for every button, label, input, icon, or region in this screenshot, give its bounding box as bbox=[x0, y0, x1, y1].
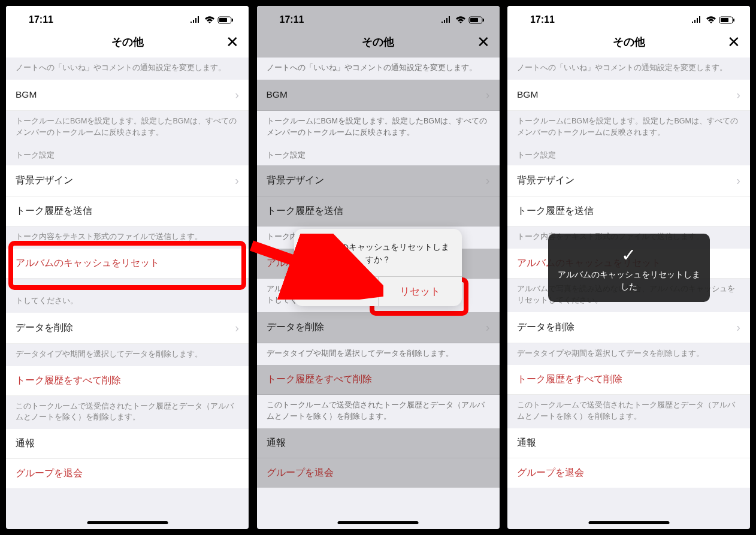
close-icon[interactable]: ✕ bbox=[226, 34, 239, 50]
close-icon[interactable]: ✕ bbox=[727, 34, 740, 50]
row-label: 通報 bbox=[517, 437, 536, 449]
row-label: BGM bbox=[16, 89, 37, 100]
row-label: トーク履歴を送信 bbox=[517, 205, 594, 217]
row-label: トーク履歴をすべて削除 bbox=[16, 374, 121, 387]
row-bgm[interactable]: BGM › bbox=[507, 80, 750, 111]
reset-cache-description: トしてください。 bbox=[6, 279, 249, 313]
svg-rect-8 bbox=[733, 19, 734, 22]
row-background-design[interactable]: 背景デザイン › bbox=[6, 165, 249, 197]
svg-rect-7 bbox=[721, 18, 728, 22]
delete-all-history-description: このトークルームで送受信されたトーク履歴とデータ（アルバムとノートを除く）を削除… bbox=[6, 396, 249, 430]
page-title: その他 bbox=[111, 35, 144, 49]
nav-bar: その他 ✕ bbox=[507, 29, 750, 58]
row-label: BGM bbox=[517, 89, 538, 100]
row-label: グループを退会 bbox=[16, 467, 83, 480]
row-send-history[interactable]: トーク履歴を送信 bbox=[507, 197, 750, 226]
page-title: その他 bbox=[613, 35, 645, 49]
toast-confirmation: ✓ アルバムのキャッシュをリセットしました bbox=[548, 234, 710, 302]
chevron-right-icon: › bbox=[736, 321, 740, 334]
send-history-description: トーク内容をテキスト形式のファイルで送信します。 bbox=[6, 226, 249, 249]
row-leave-group[interactable]: グループを退会 bbox=[507, 458, 750, 488]
delete-all-history-description: このトークルームで送受信されたトーク履歴とデータ（アルバムとノートを除く）を削除… bbox=[507, 395, 750, 428]
row-label: トーク履歴をすべて削除 bbox=[517, 373, 622, 386]
confirm-dialog: アルバムのキャッシュをリセットしますか？ キャンセル リセット bbox=[257, 6, 500, 529]
row-report[interactable]: 通報 bbox=[507, 428, 750, 458]
toast-message: アルバムのキャッシュをリセットしました bbox=[557, 269, 701, 292]
row-label: 背景デザイン bbox=[16, 174, 73, 187]
row-report[interactable]: 通報 bbox=[6, 429, 249, 459]
status-time: 17:11 bbox=[530, 14, 555, 25]
notes-description: ノートへの「いいね」やコメントの通知設定を変更します。 bbox=[6, 58, 249, 80]
status-bar: 17:11 bbox=[6, 6, 249, 29]
chevron-right-icon: › bbox=[736, 88, 740, 102]
row-send-history[interactable]: トーク履歴を送信 bbox=[6, 197, 249, 226]
row-label: 通報 bbox=[16, 437, 35, 450]
row-label: データを削除 bbox=[16, 322, 73, 334]
home-indicator[interactable] bbox=[87, 521, 168, 524]
home-indicator[interactable] bbox=[588, 521, 669, 524]
chevron-right-icon: › bbox=[235, 88, 239, 102]
row-delete-data[interactable]: データを削除 › bbox=[6, 313, 249, 344]
notes-description: ノートへの「いいね」やコメントの通知設定を変更します。 bbox=[507, 58, 750, 80]
row-label: 背景デザイン bbox=[517, 174, 574, 187]
nav-bar: その他 ✕ bbox=[6, 29, 249, 58]
status-time: 17:11 bbox=[29, 14, 53, 25]
row-bgm[interactable]: BGM › bbox=[6, 80, 249, 111]
bgm-description: トークルームにBGMを設定します。設定したBGMは、すべてのメンバーのトークルー… bbox=[507, 111, 750, 144]
talk-settings-header: トーク設定 bbox=[6, 144, 249, 165]
status-icons bbox=[691, 16, 736, 24]
status-bar: 17:11 bbox=[507, 6, 750, 29]
delete-data-description: データタイプや期間を選択してデータを削除します。 bbox=[6, 344, 249, 366]
row-reset-album-cache[interactable]: アルバムのキャッシュをリセット bbox=[6, 249, 249, 279]
row-label: データを削除 bbox=[517, 321, 574, 334]
cancel-button[interactable]: キャンセル bbox=[294, 277, 378, 306]
delete-data-description: データタイプや期間を選択してデータを削除します。 bbox=[507, 343, 750, 365]
dialog-message: アルバムのキャッシュをリセットしますか？ bbox=[294, 229, 462, 276]
reset-button[interactable]: リセット bbox=[378, 277, 462, 306]
row-delete-all-history[interactable]: トーク履歴をすべて削除 bbox=[507, 365, 750, 395]
chevron-right-icon: › bbox=[235, 174, 239, 188]
chevron-right-icon: › bbox=[736, 174, 740, 188]
svg-rect-1 bbox=[219, 18, 227, 22]
svg-rect-2 bbox=[232, 19, 233, 22]
row-background-design[interactable]: 背景デザイン › bbox=[507, 165, 750, 197]
status-icons bbox=[190, 16, 234, 24]
check-icon: ✓ bbox=[557, 244, 701, 265]
chevron-right-icon: › bbox=[235, 321, 239, 335]
talk-settings-header: トーク設定 bbox=[507, 144, 750, 165]
phone-screen-1: 17:11 その他 ✕ ノートへの「いいね」やコメントの通知設定を変更します。 … bbox=[6, 6, 249, 529]
row-label: トーク履歴を送信 bbox=[16, 205, 92, 217]
row-leave-group[interactable]: グループを退会 bbox=[6, 459, 249, 488]
bgm-description: トークルームにBGMを設定します。設定したBGMは、すべてのメンバーのトークルー… bbox=[6, 111, 249, 144]
row-label: グループを退会 bbox=[517, 467, 584, 479]
phone-screen-3: 17:11 その他 ✕ ノートへの「いいね」やコメントの通知設定を変更します。 … bbox=[507, 6, 750, 529]
row-delete-data[interactable]: データを削除 › bbox=[507, 312, 750, 343]
row-delete-all-history[interactable]: トーク履歴をすべて削除 bbox=[6, 366, 249, 396]
phone-screen-2: 17:11 その他 ✕ ノートへの「いいね」やコメントの通知設定を変更します。 … bbox=[257, 6, 500, 529]
row-label: アルバムのキャッシュをリセット bbox=[16, 257, 159, 270]
